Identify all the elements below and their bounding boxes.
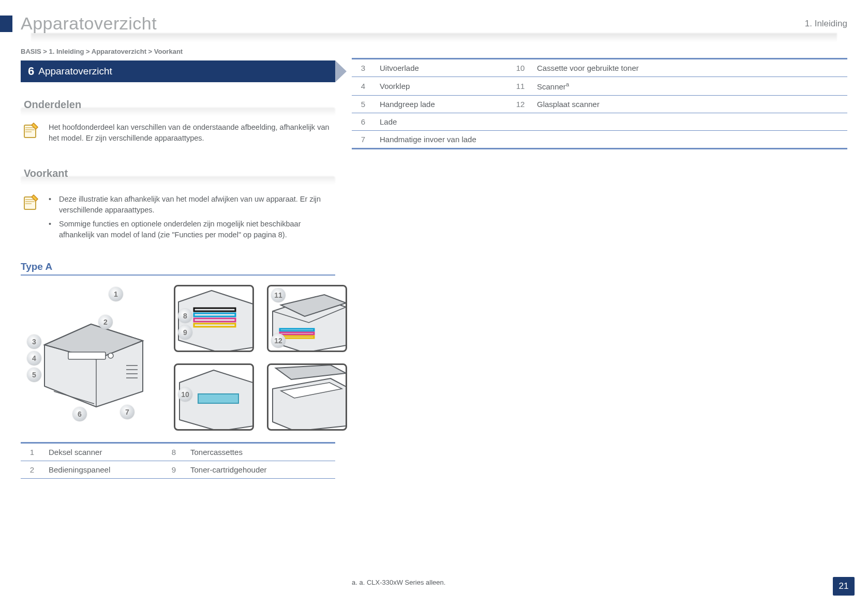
- callout-5: 5: [27, 368, 41, 382]
- callout-9: 9: [178, 325, 192, 340]
- thumb-glass: [267, 363, 347, 431]
- front-note-body: • Deze illustratie kan afhankelijk van h…: [49, 194, 335, 240]
- row-label: Handmatige invoer van lade: [375, 131, 509, 149]
- note-text: Het hoofdonderdeel kan verschillen van d…: [49, 122, 335, 144]
- feature-table-left: 1 Deksel scanner 8 Tonercassettes 2 Bedi…: [21, 442, 335, 479]
- row-label: Scannera: [532, 77, 847, 96]
- front-note: • Deze illustratie kan afhankelijk van h…: [21, 194, 335, 240]
- callout-2: 2: [98, 315, 113, 329]
- callout-11: 11: [271, 288, 286, 302]
- note-icon: [21, 122, 41, 144]
- row-num: 2: [21, 461, 43, 479]
- svg-rect-2: [68, 352, 106, 359]
- feature-table-right: 3 Uitvoerlade 10 Cassette voor gebruikte…: [352, 58, 847, 149]
- footnote: a. a. CLX-330xW Series alleen.: [352, 578, 445, 586]
- row-num: 8: [162, 443, 185, 461]
- banner-label: Apparatoverzicht: [38, 66, 112, 77]
- components-heading: Onderdelen: [21, 96, 335, 116]
- callout-10: 10: [178, 387, 192, 402]
- row-label: Uitvoerlade: [375, 59, 509, 77]
- front-note-line1: Deze illustratie kan afhankelijk van het…: [59, 194, 335, 216]
- table-row: 7 Handmatige invoer van lade: [352, 131, 847, 149]
- table-row: 5 Handgreep lade 12 Glasplaat scanner: [352, 96, 847, 113]
- row-label: Lade: [375, 113, 509, 131]
- row-label: Glasplaat scanner: [532, 96, 847, 113]
- type-a-heading: Type A: [21, 261, 335, 276]
- callout-1: 1: [109, 287, 123, 301]
- note-icon: [21, 194, 41, 240]
- row-label: Voorklep: [375, 77, 509, 96]
- table-row: 1 Deksel scanner 8 Tonercassettes: [21, 443, 335, 461]
- row-num: 3: [352, 59, 375, 77]
- main-printer-svg: [34, 303, 152, 412]
- row-num: 11: [509, 77, 532, 96]
- callout-4: 4: [27, 351, 41, 366]
- row-label: Bedieningspaneel: [43, 461, 162, 479]
- row-label: Cassette voor gebruikte toner: [532, 59, 847, 77]
- table-row: 3 Uitvoerlade 10 Cassette voor gebruikte…: [352, 59, 847, 77]
- row-num: 6: [352, 113, 375, 131]
- page-title: Apparatoverzicht: [21, 13, 157, 34]
- chapter-label: 1. Inleiding: [805, 19, 847, 29]
- front-note-line2: Sommige functies en optionele onderdelen…: [59, 219, 335, 240]
- breadcrumb: BASIS > 1. Inleiding > Apparatoverzicht …: [21, 48, 335, 55]
- printer-illustration: 1 2 3 4 5 6 7 8 9: [21, 285, 335, 435]
- svg-point-3: [108, 353, 113, 358]
- callout-3: 3: [27, 334, 41, 349]
- row-num: 7: [352, 131, 375, 149]
- top-accent-bar: [0, 16, 12, 32]
- row-num: 10: [509, 59, 532, 77]
- table-row: 6 Lade: [352, 113, 847, 131]
- header-shadow: [0, 33, 868, 47]
- svg-rect-11: [198, 394, 238, 403]
- page-number: 21: [833, 577, 855, 596]
- left-column: BASIS > 1. Inleiding > Apparatoverzicht …: [21, 48, 335, 588]
- row-label: Toner-cartridgehouder: [185, 461, 335, 479]
- right-column: 3 Uitvoerlade 10 Cassette voor gebruikte…: [352, 48, 847, 588]
- front-heading: Voorkant: [21, 164, 335, 185]
- row-num: 5: [352, 96, 375, 113]
- callout-8: 8: [178, 309, 192, 323]
- row-label: Tonercassettes: [185, 443, 335, 461]
- table-row: 2 Bedieningspaneel 9 Toner-cartridgehoud…: [21, 461, 335, 479]
- table-row: 4 Voorklep 11 Scannera: [352, 77, 847, 96]
- row-num: 12: [509, 96, 532, 113]
- row-num: 4: [352, 77, 375, 96]
- callout-12: 12: [271, 333, 286, 348]
- row-num: 9: [162, 461, 185, 479]
- note-row: Het hoofdonderdeel kan verschillen van d…: [21, 122, 335, 144]
- row-label: Deksel scanner: [43, 443, 162, 461]
- row-label: Handgreep lade: [375, 96, 509, 113]
- callout-7: 7: [120, 405, 134, 419]
- row-num: 1: [21, 443, 43, 461]
- callout-6: 6: [72, 407, 87, 421]
- banner-number: 6: [28, 65, 34, 78]
- section-banner: 6 Apparatoverzicht: [21, 60, 335, 82]
